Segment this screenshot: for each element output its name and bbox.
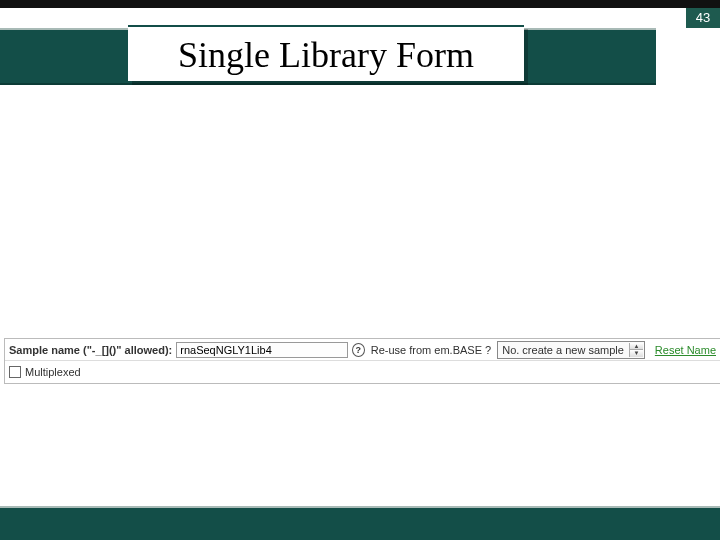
multiplexed-label: Multiplexed [25, 366, 81, 378]
sample-name-row: Sample name ("-_[]()" allowed): ? Re-use… [5, 339, 720, 361]
top-border [0, 0, 720, 8]
stepper-icon[interactable]: ▲ ▼ [629, 343, 643, 357]
help-icon[interactable]: ? [352, 343, 365, 357]
footer-bar [0, 506, 720, 540]
sample-name-label: Sample name ("-_[]()" allowed): [9, 344, 172, 356]
reuse-select-value: No. create a new sample [502, 344, 624, 356]
chevron-down-icon[interactable]: ▼ [630, 350, 643, 357]
page-title: Single Library Form [128, 25, 524, 81]
multiplexed-row: Multiplexed [5, 361, 720, 383]
multiplexed-checkbox[interactable] [9, 366, 21, 378]
header-bar: Single Library Form [0, 28, 656, 85]
reuse-select[interactable]: No. create a new sample ▲ ▼ [497, 341, 645, 359]
page-number-badge: 43 [686, 8, 720, 28]
sample-name-input[interactable] [176, 342, 347, 358]
sample-form: Sample name ("-_[]()" allowed): ? Re-use… [4, 338, 720, 384]
reuse-label: Re-use from em.BASE ? [371, 344, 491, 356]
reset-name-link[interactable]: Reset Name [655, 344, 716, 356]
chevron-up-icon[interactable]: ▲ [630, 343, 643, 351]
